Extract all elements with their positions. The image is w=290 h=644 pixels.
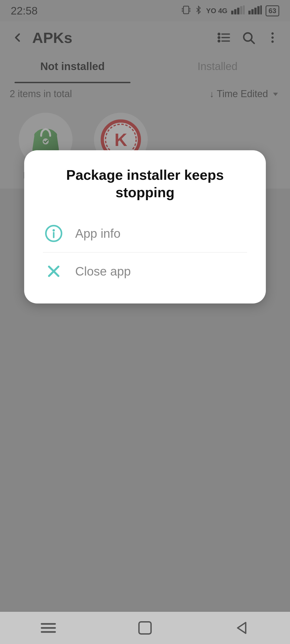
- svg-marker-41: [238, 623, 246, 633]
- nav-menu-button[interactable]: [38, 617, 59, 639]
- nav-bar: [0, 612, 290, 644]
- close-x-icon: [43, 261, 64, 282]
- nav-home-button[interactable]: [134, 617, 156, 639]
- nav-back-button[interactable]: [231, 617, 252, 639]
- error-dialog: Package installer keeps stopping App inf…: [24, 150, 266, 303]
- dialog-overlay: Package installer keeps stopping App inf…: [0, 0, 290, 644]
- app-info-label: App info: [75, 226, 121, 241]
- close-app-label: Close app: [75, 264, 131, 279]
- info-icon: [43, 223, 64, 244]
- dialog-title: Package installer keeps stopping: [38, 166, 252, 201]
- svg-rect-40: [139, 622, 151, 634]
- app-info-option[interactable]: App info: [38, 215, 252, 252]
- close-app-option[interactable]: Close app: [38, 253, 252, 290]
